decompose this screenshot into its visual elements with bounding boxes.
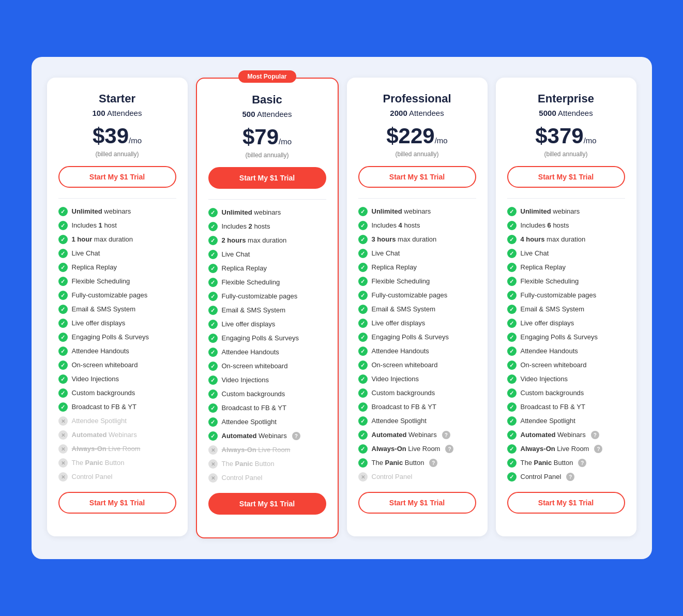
- check-icon: [58, 402, 68, 412]
- feature-item: Engaging Polls & Surveys: [208, 334, 326, 343]
- check-icon: [507, 416, 517, 426]
- info-icon[interactable]: [429, 459, 437, 467]
- check-icon: [507, 430, 517, 440]
- plan-billing: (billed annually): [208, 152, 326, 159]
- check-icon: [58, 360, 68, 370]
- feature-text: The Panic Button: [521, 459, 573, 468]
- features-list: Unlimited webinars Includes 2 hosts 2 ho…: [208, 208, 326, 483]
- info-icon[interactable]: [442, 431, 450, 439]
- check-icon: [58, 291, 68, 300]
- divider: [58, 198, 176, 199]
- feature-text: Replica Replay: [372, 263, 417, 272]
- feature-item: Replica Replay: [58, 263, 176, 272]
- x-icon: [208, 445, 218, 455]
- feature-text: Live offer displays: [372, 319, 426, 328]
- feature-item: Attendee Handouts: [358, 347, 476, 356]
- feature-item: Always-On Live Room: [208, 445, 326, 455]
- cta-button-bottom[interactable]: Start My $1 Trial: [58, 492, 176, 514]
- info-icon[interactable]: [445, 445, 453, 453]
- check-icon: [208, 403, 218, 413]
- divider: [507, 198, 625, 199]
- plan-billing: (billed annually): [58, 151, 176, 158]
- feature-text: Includes 2 hosts: [222, 222, 270, 231]
- cta-button-top[interactable]: Start My $1 Trial: [358, 166, 476, 188]
- feature-text: Email & SMS System: [222, 306, 286, 315]
- feature-text: The Panic Button: [222, 460, 275, 469]
- plan-billing: (billed annually): [358, 151, 476, 158]
- feature-item: Video Injections: [208, 375, 326, 385]
- feature-text: Broadcast to FB & YT: [222, 404, 286, 413]
- feature-item: Engaging Polls & Surveys: [358, 333, 476, 342]
- feature-item: Engaging Polls & Surveys: [58, 333, 176, 342]
- check-icon: [507, 319, 517, 328]
- feature-text: Replica Replay: [222, 264, 267, 273]
- feature-text: Flexible Scheduling: [222, 278, 280, 287]
- feature-item: Attendee Handouts: [208, 348, 326, 357]
- feature-item: Email & SMS System: [58, 305, 176, 314]
- info-icon[interactable]: [594, 445, 602, 453]
- check-icon: [507, 221, 517, 230]
- feature-item: Fully-customizable pages: [358, 291, 476, 300]
- cta-button-top[interactable]: Start My $1 Trial: [507, 166, 625, 188]
- feature-item: 2 hours max duration: [208, 236, 326, 245]
- feature-item: Unlimited webinars: [358, 207, 476, 216]
- feature-item: Includes 1 host: [58, 221, 176, 230]
- plan-name: Starter: [58, 92, 176, 106]
- feature-item: Attendee Spotlight: [58, 416, 176, 426]
- feature-text: Control Panel: [521, 473, 561, 482]
- info-icon[interactable]: [591, 431, 599, 439]
- check-icon: [208, 362, 218, 371]
- feature-text: Automated Webinars: [372, 431, 437, 440]
- x-icon: [58, 430, 68, 440]
- feature-text: Custom backgrounds: [372, 389, 435, 398]
- feature-text: Email & SMS System: [72, 305, 136, 314]
- feature-text: Automated Webinars: [72, 431, 137, 440]
- check-icon: [358, 430, 368, 440]
- check-icon: [507, 263, 517, 272]
- check-icon: [507, 207, 517, 216]
- feature-text: 1 hour max duration: [72, 235, 133, 244]
- feature-text: Video Injections: [521, 375, 568, 384]
- cta-button-top[interactable]: Start My $1 Trial: [58, 166, 176, 188]
- feature-item: Live Chat: [58, 249, 176, 258]
- info-icon[interactable]: [566, 473, 574, 481]
- feature-item: Live Chat: [507, 249, 625, 258]
- features-list: Unlimited webinars Includes 1 host 1 hou…: [58, 207, 176, 482]
- cta-button-bottom[interactable]: Start My $1 Trial: [208, 493, 326, 515]
- feature-text: Attendee Spotlight: [521, 417, 575, 426]
- check-icon: [58, 305, 68, 314]
- info-icon[interactable]: [578, 459, 586, 467]
- feature-text: Unlimited webinars: [372, 207, 431, 216]
- feature-item: Live offer displays: [507, 319, 625, 328]
- x-icon: [208, 473, 218, 483]
- cta-button-bottom[interactable]: Start My $1 Trial: [507, 492, 625, 514]
- feature-text: Automated Webinars: [521, 431, 586, 440]
- x-icon: [58, 458, 68, 468]
- feature-text: Fully-customizable pages: [372, 291, 448, 300]
- check-icon: [208, 348, 218, 357]
- check-icon: [507, 444, 517, 454]
- feature-item: Replica Replay: [358, 263, 476, 272]
- cta-button-top[interactable]: Start My $1 Trial: [208, 167, 326, 189]
- feature-text: Attendee Handouts: [372, 347, 429, 356]
- feature-item: Live offer displays: [358, 319, 476, 328]
- feature-text: Attendee Spotlight: [222, 418, 277, 427]
- feature-text: Attendee Handouts: [222, 348, 279, 357]
- check-icon: [358, 416, 368, 426]
- plan-card-professional: Professional2000 Attendees $229/mo (bill…: [347, 78, 488, 536]
- feature-text: On-screen whiteboard: [521, 361, 587, 370]
- info-icon[interactable]: [292, 432, 300, 440]
- feature-text: Always-On Live Room: [72, 445, 141, 454]
- check-icon: [58, 388, 68, 398]
- features-list: Unlimited webinars Includes 6 hosts 4 ho…: [507, 207, 625, 482]
- feature-text: Video Injections: [372, 375, 419, 384]
- cta-button-bottom[interactable]: Start My $1 Trial: [358, 492, 476, 514]
- feature-item: The Panic Button: [358, 458, 476, 468]
- check-icon: [507, 458, 517, 468]
- feature-item: Control Panel: [208, 473, 326, 483]
- check-icon: [507, 388, 517, 398]
- feature-text: Broadcast to FB & YT: [521, 403, 585, 412]
- check-icon: [358, 360, 368, 370]
- feature-item: Fully-customizable pages: [208, 292, 326, 301]
- divider: [358, 198, 476, 199]
